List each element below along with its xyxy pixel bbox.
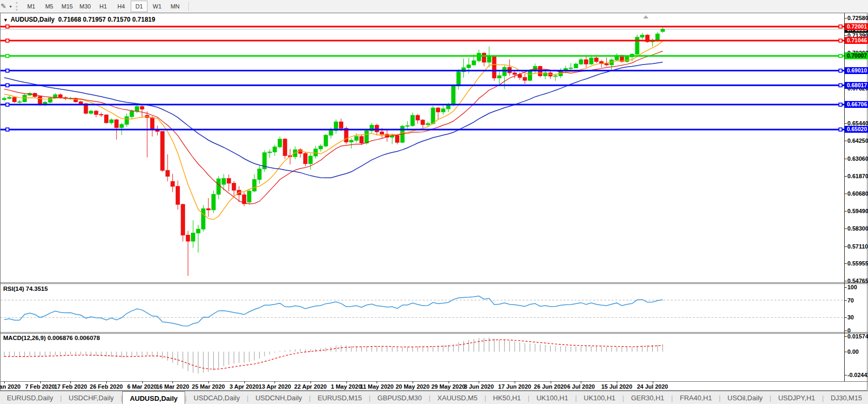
panel-divider[interactable]: [0, 282, 868, 283]
candles-layer: [3, 27, 665, 276]
tab-dj30-m15[interactable]: DJ30,M15: [824, 391, 868, 404]
timeframe-button-m30[interactable]: M30: [77, 1, 94, 12]
price-line-chip: 0.70007: [845, 52, 868, 59]
line-handle: [839, 69, 842, 72]
macd-indicator-panel[interactable]: [0, 333, 868, 381]
macd-axis-tick-label: 0.00: [847, 348, 858, 355]
price-axis-tick-label: 0.63060: [847, 155, 868, 162]
chevron-down-icon[interactable]: ▾: [10, 4, 12, 9]
chart-title: ▼AUDUSD,Daily 0.71668 0.71957 0.71570 0.…: [3, 16, 155, 23]
price-axis-tickmark: [844, 123, 847, 124]
line-handle: [6, 54, 9, 58]
panel-divider[interactable]: [0, 333, 868, 334]
tab-usoil-daily[interactable]: USOil,Daily: [720, 391, 769, 404]
timeframe-button-w1[interactable]: W1: [149, 1, 166, 12]
line-handle: [839, 103, 842, 106]
timeframe-buttons: M1M5M15M30H1H4D1W1MN: [22, 1, 184, 12]
horizontal-line-0.70007[interactable]: [1, 54, 844, 58]
trading-platform-window: ✎ ▾ M1M5M15M30H1H4D1W1MN ▼AUDUSD,Daily 0…: [0, 0, 868, 404]
timeframe-button-mn[interactable]: MN: [167, 1, 184, 12]
line-handle: [6, 25, 9, 28]
rsi-label: RSI(14) 74.3515: [3, 286, 48, 292]
rsi-indicator-panel[interactable]: [0, 283, 868, 332]
horizontal-line-0.71046[interactable]: [1, 39, 844, 42]
tab-xauusd-m5[interactable]: XAUUSD,M5: [431, 391, 485, 404]
price-line-chip: 0.68017: [845, 82, 868, 89]
timeframe-button-m5[interactable]: M5: [41, 1, 58, 12]
draw-tool-icon[interactable]: ✎: [1, 2, 8, 11]
tab-usdchf-daily[interactable]: USDCHF,Daily: [62, 391, 121, 404]
rsi-axis-tick-label: 0: [847, 327, 851, 334]
horizontal-line-0.66706[interactable]: [1, 103, 844, 106]
medium-ma: [4, 51, 663, 204]
tab-gbpusd-m30[interactable]: GBPUSD,M30: [371, 391, 429, 404]
timeframe-toolbar: ✎ ▾ M1M5M15M30H1H4D1W1MN: [0, 0, 868, 13]
date-axis-label: 22 Apr 2020: [294, 383, 326, 390]
timeframe-button-m15[interactable]: M15: [59, 1, 76, 12]
tab-ger30-h1[interactable]: GER30,H1: [624, 391, 671, 404]
rsi-line: [4, 296, 663, 326]
price-axis-tickmark: [844, 246, 847, 247]
chart-symbol-label: AUDUSD,Daily: [11, 16, 54, 23]
timeframe-button-d1[interactable]: D1: [131, 1, 148, 12]
horizontal-line-0.68017[interactable]: [1, 84, 844, 87]
price-axis-tick-label: 0.64250: [847, 137, 868, 144]
macd-axis-tickmark: [844, 352, 847, 352]
date-axis-label: 6 Mar 2020: [127, 383, 157, 390]
horizontal-line-0.69010[interactable]: [1, 69, 844, 72]
price-axis-tick-label: 0.58300: [847, 225, 868, 232]
price-chart[interactable]: [0, 13, 868, 282]
price-axis-tick-label: 0.59490: [847, 208, 868, 214]
toolbar-grip-handle[interactable]: [16, 2, 19, 11]
price-line-chip: 0.66706: [845, 101, 868, 108]
panel-divider[interactable]: [0, 332, 868, 333]
price-line-chip: 0.72001: [845, 23, 868, 30]
rsi-axis-tickmark: [844, 330, 847, 331]
tab-uk100-h1[interactable]: UK100,H1: [577, 391, 623, 404]
line-handle: [6, 128, 9, 131]
timeframe-button-h1[interactable]: H1: [95, 1, 112, 12]
collapse-indicator-icon[interactable]: ▼: [3, 17, 8, 23]
date-axis-label: 16 Mar 2020: [156, 383, 189, 390]
tab-uk100-h1[interactable]: UK100,H1: [529, 391, 575, 404]
tab-eurusd-m15[interactable]: EURUSD,M15: [310, 391, 369, 404]
date-axis-label: 6 Jul 2020: [567, 383, 595, 390]
price-axis-tick-label: 0.54765: [847, 278, 868, 284]
horizontal-line-0.72001[interactable]: [1, 25, 844, 28]
tab-fra40-h1[interactable]: FRA40,H1: [673, 391, 719, 404]
date-axis-label: 15 Jul 2020: [601, 383, 633, 390]
date-axis-label: 11 May 2020: [360, 383, 394, 390]
line-handle: [839, 128, 842, 131]
price-axis-tickmark: [844, 141, 847, 141]
price-axis-tick-label: 0.65440: [847, 120, 868, 126]
line-handle: [6, 103, 9, 106]
tab-audusd-daily[interactable]: AUDUSD,Daily: [122, 391, 185, 404]
tab-eurusd-daily[interactable]: EURUSD,Daily: [0, 391, 60, 404]
date-axis-label: 29 May 2020: [431, 383, 465, 390]
price-axis-tickmark: [844, 159, 847, 159]
rsi-axis-tickmark: [844, 317, 847, 318]
timeframe-button-m1[interactable]: M1: [23, 1, 40, 12]
line-handle: [839, 39, 842, 42]
tab-hk50-h1[interactable]: HK50,H1: [486, 391, 528, 404]
price-axis-tickmark: [844, 194, 847, 194]
tab-usdcad-daily[interactable]: USDCAD,Daily: [187, 391, 246, 404]
timeframe-button-h4[interactable]: H4: [113, 1, 130, 12]
price-axis-tick-label: 0.60680: [847, 190, 868, 197]
tab-usdcnh-daily[interactable]: USDCNH,Daily: [249, 391, 309, 404]
macd-axis-tickmark: [844, 375, 847, 375]
price-axis-tick-label: 0.72580: [847, 15, 868, 21]
price-axis-tick-label: 0.57110: [847, 243, 868, 250]
line-handle: [839, 25, 842, 28]
date-axis-label: 24 Jul 2020: [637, 383, 668, 390]
toolbar-divider: [188, 2, 189, 11]
date-axis-label: 3 Apr 2020: [230, 383, 259, 390]
slow-ma: [4, 62, 663, 178]
price-line-chip: 0.65020: [845, 126, 868, 133]
date-axis-label: 13 Apr 2020: [259, 383, 291, 390]
panel-divider[interactable]: [0, 283, 868, 284]
date-axis-label: 7 Feb 2020: [25, 383, 54, 390]
tab-usdjpy-h1[interactable]: USDJPY,H1: [771, 391, 822, 404]
price-line-chip: 0.71046: [845, 37, 868, 44]
chart-shift-marker-icon: [643, 15, 648, 19]
